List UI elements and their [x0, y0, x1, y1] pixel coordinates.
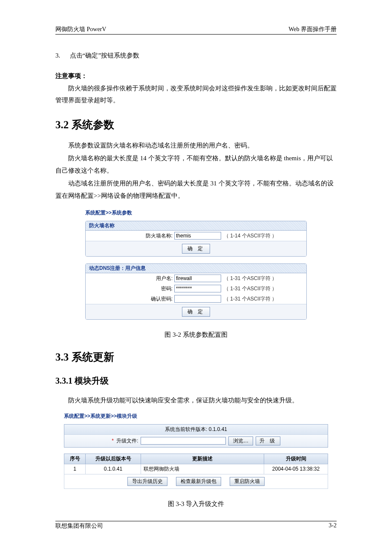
- dns-register-box: 动态DNS注册：用户信息 用户名: （ 1-31 个ASCII字符 ） 密码: …: [85, 263, 307, 320]
- confirm-password-label: 确认密码:: [89, 295, 174, 303]
- firewall-name-hint: （ 1-14 个ASCII字符 ）: [224, 232, 277, 240]
- upgrade-button[interactable]: 升 级: [256, 436, 280, 445]
- s331-p1: 防火墙系统升级功能可以快速响应安全需求，保证防火墙功能与安全的快速升级。: [55, 394, 337, 407]
- page-header: 网御防火墙 PowerV Web 界面操作手册: [55, 26, 337, 35]
- s32-p3: 动态域名注册所使用的用户名、密码的最大长度是 31 个英文字符，不能有空格。动态…: [55, 177, 337, 202]
- upload-file-input[interactable]: [141, 437, 226, 445]
- figure-3-3-caption: 图 3-3 导入升级文件: [55, 500, 337, 508]
- footer-left: 联想集团有限公司: [55, 522, 103, 530]
- username-label: 用户名:: [89, 275, 174, 282]
- heading-3-3-1: 3.3.1 模块升级: [55, 375, 337, 387]
- heading-3-2: 3.2 系统参数: [55, 118, 337, 132]
- cell-desc: 联想网御防火墙: [141, 464, 264, 474]
- firewall-name-input[interactable]: [174, 232, 221, 240]
- username-input[interactable]: [174, 275, 221, 282]
- confirm-button[interactable]: 确 定: [182, 244, 210, 254]
- password-label: 密码:: [89, 285, 174, 292]
- col-time: 升级时间: [264, 454, 328, 464]
- col-index: 序号: [64, 454, 86, 464]
- confirm-password-hint: （ 1-31 个ASCII字符 ）: [224, 295, 277, 303]
- check-latest-button[interactable]: 检查最新升级包: [176, 477, 221, 486]
- confirm-button-dns[interactable]: 确 定: [182, 307, 210, 317]
- upgrade-history-table: 序号 升级以后版本号 更新描述 升级时间 1 0.1.0.41 联想网御防火墙 …: [64, 454, 328, 489]
- confirm-password-input[interactable]: [174, 295, 221, 303]
- cell-time: 2004-04-05 13:38:32: [264, 464, 328, 474]
- username-hint: （ 1-31 个ASCII字符 ）: [224, 275, 277, 282]
- upload-label: 升级文件:: [116, 437, 138, 445]
- col-version: 升级以后版本号: [86, 454, 141, 464]
- browse-button[interactable]: 浏览…: [228, 436, 253, 445]
- col-desc: 更新描述: [141, 454, 264, 464]
- s32-p2: 防火墙名称的最大长度是 14 个英文字符，不能有空格。默认的防火墙名称是 the…: [55, 152, 337, 176]
- export-history-button[interactable]: 导出升级历史: [127, 477, 167, 486]
- step-text: 点击“确定”按钮系统参数: [70, 52, 139, 59]
- cell-index: 1: [64, 464, 86, 474]
- box-title-dns: 动态DNS注册：用户信息: [86, 264, 306, 273]
- footer-right: 3-2: [329, 522, 337, 530]
- system-params-panel: 系统配置>>系统参数 防火墙名称 防火墙名称: （ 1-14 个ASCII字符 …: [85, 209, 307, 320]
- step-3: 3. 点击“确定”按钮系统参数: [55, 52, 337, 60]
- table-row: 1 0.1.0.41 联想网御防火墙 2004-04-05 13:38:32: [64, 464, 328, 474]
- cell-version: 0.1.0.41: [86, 464, 141, 474]
- page-footer: 联想集团有限公司 3-2: [55, 521, 337, 530]
- s32-p1: 系统参数设置防火墙名称和动态域名注册所使用的用户名、密码。: [55, 139, 337, 152]
- heading-3-3: 3.3 系统更新: [55, 350, 337, 364]
- breadcrumb: 系统配置>>系统参数: [85, 209, 307, 217]
- required-star: *: [112, 438, 114, 444]
- box-title-firewall: 防火墙名称: [86, 221, 306, 231]
- firewall-name-box: 防火墙名称 防火墙名称: （ 1-14 个ASCII字符 ） 确 定: [85, 221, 307, 257]
- step-number: 3.: [55, 52, 68, 59]
- upgrade-box: 系统当前软件版本: 0.1.0.41 * 升级文件: 浏览… 升 级: [64, 424, 328, 448]
- system-update-panel: 系统配置>>系统更新>>模块升级 系统当前软件版本: 0.1.0.41 * 升级…: [64, 413, 328, 489]
- header-right: Web 界面操作手册: [288, 26, 337, 33]
- password-hint: （ 1-31 个ASCII字符 ）: [224, 285, 277, 292]
- notice-body: 防火墙的很多操作依赖于系统时间，改变系统时间会对这些操作发生影响，比如更改时间后…: [55, 82, 337, 107]
- current-version: 系统当前软件版本: 0.1.0.41: [64, 425, 328, 435]
- breadcrumb-update: 系统配置>>系统更新>>模块升级: [64, 413, 328, 420]
- password-input[interactable]: [174, 285, 221, 292]
- notice-title: 注意事项：: [55, 70, 337, 82]
- figure-3-2-caption: 图 3-2 系统参数配置图: [55, 331, 337, 339]
- header-left: 网御防火墙 PowerV: [55, 26, 106, 33]
- firewall-name-label: 防火墙名称:: [89, 232, 174, 240]
- restart-firewall-button[interactable]: 重启防火墙: [230, 477, 265, 486]
